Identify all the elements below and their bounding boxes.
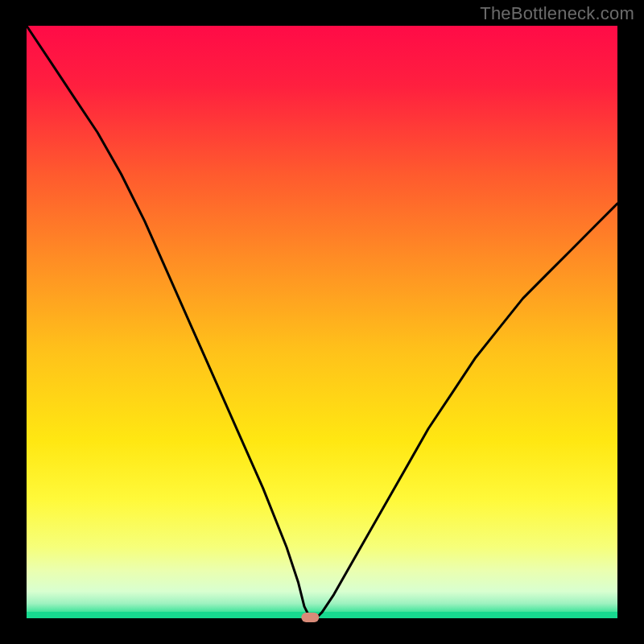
chart-gradient-bg [27,26,617,618]
watermark-text: TheBottleneck.com [480,3,634,24]
min-marker [301,613,319,622]
bottleneck-chart [0,0,644,644]
chart-container: TheBottleneck.com [0,0,644,644]
